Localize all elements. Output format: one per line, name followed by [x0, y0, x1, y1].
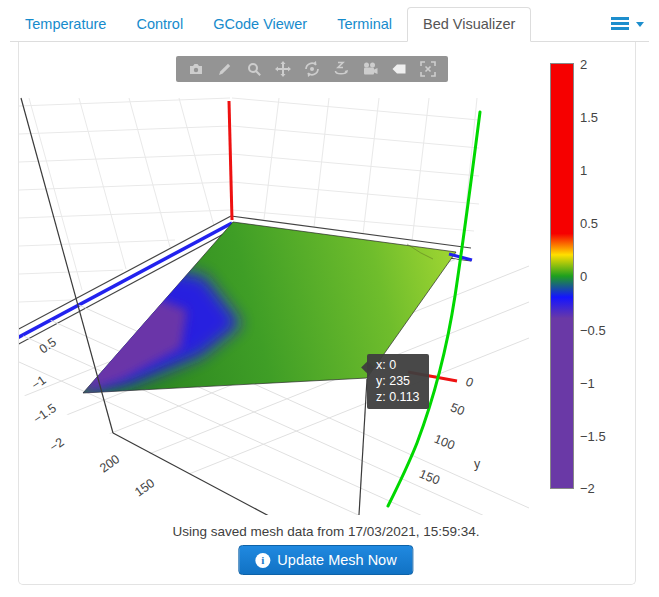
- x-tick-200: 200: [97, 452, 122, 475]
- colorbar-tick: 0: [580, 269, 587, 284]
- tooltip-y-value: y: 235: [376, 373, 420, 389]
- colorbar-tick: 1: [580, 163, 587, 178]
- z-tick-m1: −1: [29, 373, 49, 393]
- movie-camera-icon[interactable]: [362, 61, 378, 77]
- colorbar-tick: 0.5: [580, 216, 598, 231]
- settings-menu-toggle[interactable]: [607, 13, 649, 33]
- bed-mesh-3d-plot[interactable]: 0 0.5 −1 −1.5 −2 200 150 0 50 100 150 y: [19, 48, 539, 515]
- z-tick-0: 0: [19, 301, 32, 316]
- colorbar-tick: −2: [580, 481, 595, 496]
- plot-modebar: [176, 56, 448, 82]
- mesh-data-caption: Using saved mesh data from 17/03/2021, 1…: [18, 524, 634, 539]
- x-axis-line-red-vertical: [229, 101, 232, 220]
- zoom-icon[interactable]: [246, 61, 262, 77]
- tab-control[interactable]: Control: [121, 8, 198, 41]
- colorbar-tick: −1: [580, 376, 595, 391]
- update-mesh-button-label: Update Mesh Now: [277, 552, 396, 568]
- tab-terminal[interactable]: Terminal: [322, 8, 407, 41]
- orbit-rotation-icon[interactable]: [304, 61, 320, 77]
- y-tick-150: 150: [417, 467, 442, 488]
- chevron-down-icon: [635, 15, 645, 31]
- pan-icon[interactable]: [275, 61, 291, 77]
- pencil-icon[interactable]: [217, 61, 233, 77]
- colorbar-gradient: [550, 63, 574, 489]
- z-tick-m2: −2: [47, 435, 67, 455]
- tooltip-x-value: x: 0: [376, 357, 420, 373]
- update-mesh-button[interactable]: i Update Mesh Now: [238, 545, 413, 575]
- z-tick-m15: −1.5: [31, 401, 59, 427]
- colorbar-tick: −0.5: [580, 323, 606, 338]
- turntable-rotation-icon[interactable]: [333, 61, 349, 77]
- y-tick-50: 50: [448, 400, 466, 418]
- spike-lines-icon[interactable]: [420, 61, 436, 77]
- y-tick-100: 100: [432, 432, 457, 453]
- colorbar-tick: −1.5: [580, 429, 606, 444]
- colorbar-tick: 1.5: [580, 110, 598, 125]
- hover-label-icon[interactable]: [391, 61, 407, 77]
- tab-gcode-viewer[interactable]: GCode Viewer: [198, 8, 322, 41]
- colorbar-tick: 2: [580, 57, 587, 72]
- hamburger-icon: [611, 15, 631, 31]
- x-tick-150: 150: [132, 476, 157, 499]
- tooltip-z-value: z: 0.113: [376, 389, 420, 405]
- tab-bed-visualizer[interactable]: Bed Visualizer: [407, 7, 531, 42]
- tab-bar: Temperature Control GCode Viewer Termina…: [10, 8, 649, 42]
- y-axis-title: y: [474, 457, 481, 471]
- camera-icon[interactable]: [188, 61, 204, 77]
- z-tick-05: 0.5: [37, 335, 59, 356]
- y-tick-0: 0: [464, 374, 476, 390]
- hover-tooltip: x: 0 y: 235 z: 0.113: [367, 354, 429, 409]
- info-icon: i: [255, 553, 270, 568]
- tab-temperature[interactable]: Temperature: [10, 8, 121, 41]
